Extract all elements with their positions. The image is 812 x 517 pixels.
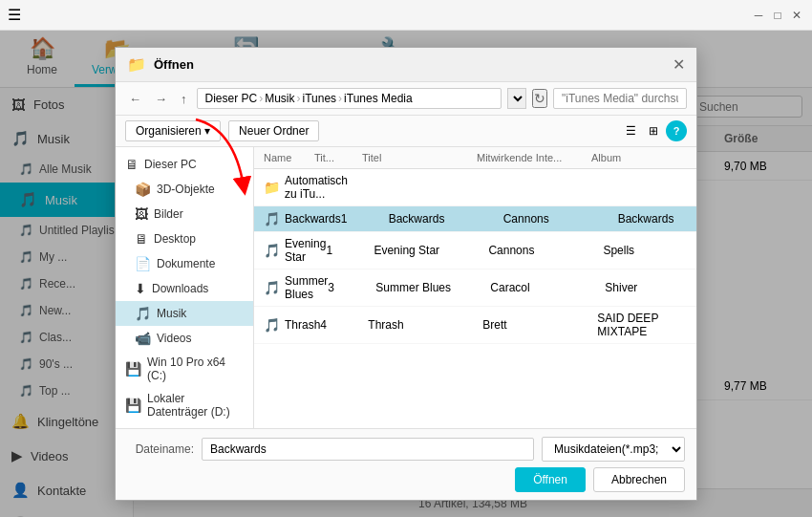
drive-d-icon: 💾	[125, 398, 141, 413]
list-item-backwards[interactable]: 🎵 Backwards 1 Backwards Cannons Backward…	[254, 206, 696, 232]
music-folder-icon: 🎵	[135, 306, 151, 321]
file-name-thrash: Thrash	[285, 318, 320, 332]
organize-label: Organisieren ▾	[136, 124, 210, 138]
refresh-location-button[interactable]: ↻	[532, 89, 547, 108]
tree-item-musik[interactable]: 🎵 Musik	[116, 301, 253, 326]
tree-label-dokumente: Dokumente	[157, 257, 215, 270]
open-dialog: 📁 Öffnen ✕ ← → ↑ Dieser PC › Musik › iTu…	[115, 47, 697, 501]
tree-item-lokaler[interactable]: 💾 Lokaler Datenträger (D:)	[116, 387, 253, 423]
tree-item-dieser-pc[interactable]: 🖥 Dieser PC	[116, 152, 253, 177]
dfh-name: Name	[264, 152, 314, 163]
bc-1[interactable]: Dieser PC	[205, 92, 258, 105]
tree-item-downloads[interactable]: ⬇ Downloads	[116, 276, 253, 301]
bc-2[interactable]: Musik	[265, 92, 294, 105]
file-album-thrash: SAID DEEP MIXTAPE	[597, 312, 693, 338]
tree-item-3d[interactable]: 📦 3D-Objekte	[116, 177, 253, 202]
list-item-thrash[interactable]: 🎵 Thrash 4 Thrash Brett SAID DEEP MIXTAP…	[254, 307, 696, 344]
file-name-backwards: Backwards	[285, 212, 341, 226]
file-title-evening: Evening Star	[374, 244, 488, 257]
file-artist-backwards: Cannons	[503, 212, 618, 226]
folder-icon-auto: 📁	[264, 180, 280, 195]
dialog-address-bar: ← → ↑ Dieser PC › Musik › iTunes › iTune…	[116, 82, 696, 116]
file-name-evening: Evening Star	[285, 237, 326, 264]
dialog-overlay: 📁 Öffnen ✕ ← → ↑ Dieser PC › Musik › iTu…	[0, 31, 812, 517]
nav-forward-button[interactable]: →	[151, 90, 171, 108]
dfh-album: Album	[591, 152, 687, 163]
tree-label-musik: Musik	[157, 307, 186, 320]
dialog-footer: Dateiname: Musikdateien(*.mp3; *.m4a;*.m…	[116, 428, 696, 500]
desktop-icon: 🖥	[135, 231, 148, 247]
help-button[interactable]: ?	[666, 120, 687, 141]
tree-item-dokumente[interactable]: 📄 Dokumente	[116, 251, 253, 276]
tree-label-downloads: Downloads	[152, 282, 208, 295]
dialog-close-button[interactable]: ✕	[673, 55, 685, 74]
tree-label-bilder: Bilder	[154, 207, 183, 221]
documents-icon: 📄	[135, 256, 151, 271]
menu-icon[interactable]: ☰	[8, 6, 21, 24]
nav-up-button[interactable]: ↑	[177, 90, 191, 108]
list-item-summer-blues[interactable]: 🎵 Summer Blues 3 Summer Blues Caracol Sh…	[254, 269, 696, 307]
tree-label-videos: Videos	[157, 332, 191, 345]
bc-3[interactable]: iTunes	[303, 92, 337, 105]
close-button[interactable]: ✕	[789, 8, 804, 23]
nav-back-button[interactable]: ←	[125, 90, 145, 108]
minimize-button[interactable]: ─	[751, 8, 766, 23]
titlebar: ☰ ─ □ ✕	[0, 0, 812, 31]
dialog-search-input[interactable]	[553, 88, 687, 109]
dialog-open-button[interactable]: Öffnen	[515, 467, 586, 492]
music-file-icon-1: 🎵	[264, 211, 280, 226]
file-name-summer: Summer Blues	[285, 274, 328, 301]
file-title-backwards: Backwards	[389, 212, 503, 226]
cancel-btn-label: Abbrechen	[611, 473, 667, 486]
maximize-button[interactable]: □	[770, 8, 785, 23]
file-title-thrash: Thrash	[368, 318, 482, 332]
filename-input[interactable]	[202, 438, 534, 461]
tree-item-win10[interactable]: 💾 Win 10 Pro x64 (C:)	[116, 351, 253, 387]
tree-item-bilder[interactable]: 🖼 Bilder	[116, 202, 253, 226]
dialog-titlebar: 📁 Öffnen ✕	[116, 48, 696, 82]
tree-label-dieser-pc: Dieser PC	[144, 158, 197, 171]
pc-icon: 🖥	[125, 157, 139, 172]
file-artist-summer: Caracol	[490, 281, 605, 294]
dfh-title: Titel	[362, 152, 477, 163]
file-track-summer: 3	[328, 281, 375, 294]
tree-label-desktop: Desktop	[154, 232, 196, 246]
file-artist-evening: Cannons	[488, 244, 603, 257]
3d-icon: 📦	[135, 182, 151, 197]
bc-sep-3: ›	[338, 92, 342, 105]
downloads-icon: ⬇	[135, 281, 146, 296]
tree-item-videos[interactable]: 📹 Videos	[116, 326, 253, 351]
file-album-summer: Shiver	[605, 281, 696, 294]
tree-label-win10: Win 10 Pro x64 (C:)	[147, 355, 244, 382]
file-album-evening: Spells	[603, 244, 696, 257]
dfh-track: Tit...	[314, 152, 362, 163]
location-dropdown[interactable]	[507, 88, 526, 109]
dialog-cancel-button[interactable]: Abbrechen	[593, 467, 685, 492]
new-folder-button[interactable]: Neuer Ordner	[228, 120, 319, 141]
list-item-automatisch[interactable]: 📁 Automatisch zu iTu...	[254, 169, 696, 206]
bc-4[interactable]: iTunes Media	[344, 92, 413, 105]
breadcrumb: Dieser PC › Musik › iTunes › iTunes Medi…	[197, 88, 502, 109]
list-item-evening-star[interactable]: 🎵 Evening Star 1 Evening Star Cannons Sp…	[254, 232, 696, 269]
tree-item-desktop[interactable]: 🖥 Desktop	[116, 226, 253, 251]
organize-button[interactable]: Organisieren ▾	[125, 120, 221, 141]
view-large-button[interactable]: ⊞	[643, 120, 664, 141]
view-details-button[interactable]: ☰	[620, 120, 641, 141]
filename-label: Dateiname:	[127, 442, 194, 456]
tree-label-lokaler: Lokaler Datenträger (D:)	[147, 392, 244, 419]
file-track-backwards: 1	[341, 212, 389, 226]
videos-folder-icon: 📹	[135, 331, 151, 346]
dialog-title: Öffnen	[154, 57, 194, 72]
file-album-backwards: Backwards	[618, 212, 696, 226]
file-track-thrash: 4	[320, 318, 368, 332]
dialog-file-header: Name Tit... Titel Mitwirkende Inte... Al…	[254, 147, 696, 169]
dfh-artist: Mitwirkende Inte...	[477, 152, 591, 163]
drive-c-icon: 💾	[125, 361, 141, 377]
view-icons: ☰ ⊞ ?	[620, 120, 687, 141]
open-btn-label: Öffnen	[533, 473, 567, 486]
dialog-body: 🖥 Dieser PC 📦 3D-Objekte 🖼 Bilder 🖥 Desk…	[116, 147, 696, 428]
file-track-evening: 1	[326, 244, 374, 257]
bc-sep-2: ›	[297, 92, 301, 105]
filetype-select[interactable]: Musikdateien(*.mp3; *.m4a;*.m4...	[542, 437, 685, 462]
file-title-summer: Summer Blues	[375, 281, 490, 294]
